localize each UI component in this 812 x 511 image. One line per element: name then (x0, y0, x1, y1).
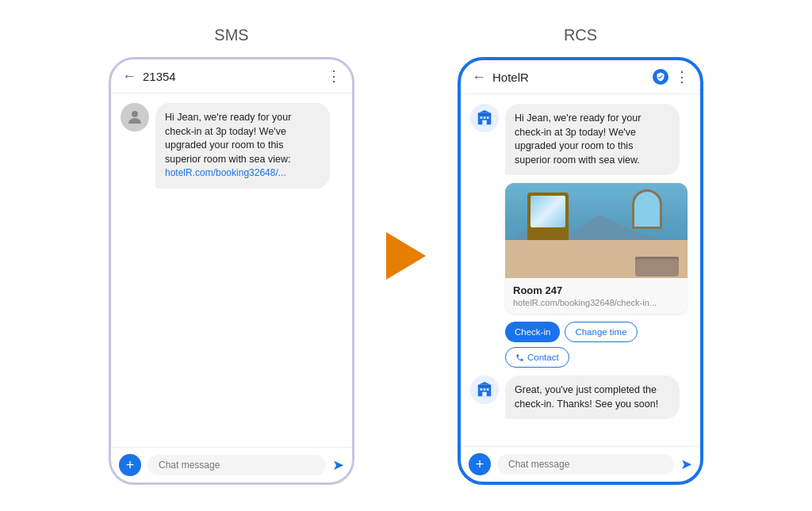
checkin-button[interactable]: Check-in (505, 322, 560, 342)
sms-message-row: Hi Jean, we're ready for your check-in a… (121, 103, 343, 189)
person-icon (125, 108, 144, 127)
sms-chat-input[interactable] (147, 455, 326, 475)
right-arrow-icon (386, 232, 426, 280)
rcs-sender-avatar-2 (470, 376, 499, 404)
svg-rect-6 (478, 113, 492, 116)
rcs-input-row: + ➤ (461, 446, 700, 482)
rcs-message-row-1: Hi Jean, we're ready for your check-in a… (470, 104, 691, 175)
sms-header: ← 21354 ⋮ (111, 59, 352, 93)
rcs-card-image (505, 183, 688, 278)
rcs-column: RCS ← HotelR ⋮ (458, 26, 703, 485)
sofa-seat (635, 259, 679, 276)
rcs-bubble-1: Hi Jean, we're ready for your check-in a… (505, 104, 680, 175)
hotel-icon-2 (476, 381, 493, 399)
rcs-chat-input[interactable] (497, 454, 674, 475)
sms-back-button[interactable]: ← (122, 68, 136, 85)
svg-marker-7 (479, 110, 491, 113)
rcs-card-link: hotelR.com/booking32648/check-in... (513, 298, 680, 307)
rcs-rich-card: Room 247 hotelR.com/booking32648/check-i… (505, 183, 688, 314)
transition-arrow (386, 232, 426, 280)
svg-rect-12 (487, 388, 489, 391)
rcs-send-button[interactable]: ➤ (680, 456, 692, 473)
sms-sender-avatar (121, 103, 149, 132)
contact-button[interactable]: Contact (505, 347, 569, 368)
sms-add-button[interactable]: + (119, 454, 141, 476)
rcs-contact-name: HotelR (492, 71, 646, 84)
rcs-add-button[interactable]: + (469, 453, 491, 475)
shield-check-icon (656, 72, 665, 82)
rcs-bubble-2: Great, you've just completed the check-i… (505, 376, 680, 419)
svg-rect-5 (482, 120, 487, 125)
phone-icon (515, 353, 524, 362)
arch-window (632, 189, 662, 229)
door (527, 193, 569, 242)
rcs-header: ← HotelR ⋮ (461, 60, 700, 94)
rcs-card-info: Room 247 hotelR.com/booking32648/check-i… (505, 278, 688, 314)
sms-message-text: Hi Jean, we're ready for your check-in a… (165, 112, 291, 165)
svg-rect-14 (478, 385, 492, 387)
contact-button-label: Contact (527, 353, 559, 362)
sms-title: SMS (214, 26, 248, 44)
sms-bubble: Hi Jean, we're ready for your check-in a… (155, 103, 330, 189)
sms-column: SMS ← 21354 ⋮ Hi Jean, we' (109, 26, 354, 485)
rcs-back-button[interactable]: ← (472, 69, 486, 86)
sms-phone: ← 21354 ⋮ Hi Jean, we're ready for your … (109, 57, 354, 485)
rcs-sender-avatar (470, 104, 499, 132)
rcs-message-row-2: Great, you've just completed the check-i… (470, 376, 691, 419)
door-glass (530, 196, 565, 227)
rcs-action-buttons: Check-in Change time Contact (505, 322, 691, 368)
change-time-button[interactable]: Change time (565, 322, 637, 342)
main-container: SMS ← 21354 ⋮ Hi Jean, we' (0, 0, 812, 511)
sms-link[interactable]: hotelR.com/booking32648/... (165, 167, 286, 178)
sms-contact-name: 21354 (143, 70, 320, 83)
hotel-icon (476, 109, 493, 127)
svg-rect-10 (481, 388, 483, 391)
rcs-title: RCS (564, 26, 597, 44)
rcs-messages: Hi Jean, we're ready for your check-in a… (461, 94, 700, 446)
rcs-more-button[interactable]: ⋮ (675, 68, 689, 86)
svg-rect-2 (481, 116, 483, 119)
sms-messages: Hi Jean, we're ready for your check-in a… (111, 93, 352, 447)
svg-rect-11 (484, 388, 486, 391)
verified-badge (653, 69, 668, 85)
svg-marker-15 (479, 382, 491, 385)
sms-more-button[interactable]: ⋮ (327, 67, 341, 85)
svg-rect-13 (482, 392, 487, 397)
sms-send-button[interactable]: ➤ (332, 456, 344, 474)
sms-input-row: + ➤ (111, 447, 352, 482)
rcs-card-title: Room 247 (513, 284, 680, 296)
room-scene (505, 183, 688, 278)
rcs-phone: ← HotelR ⋮ (458, 57, 703, 485)
svg-point-0 (132, 111, 138, 117)
svg-rect-3 (484, 116, 486, 119)
rcs-message-text-2: Great, you've just completed the check-i… (515, 384, 658, 410)
rcs-message-text-1: Hi Jean, we're ready for your check-in a… (515, 112, 641, 166)
svg-rect-4 (487, 116, 489, 119)
